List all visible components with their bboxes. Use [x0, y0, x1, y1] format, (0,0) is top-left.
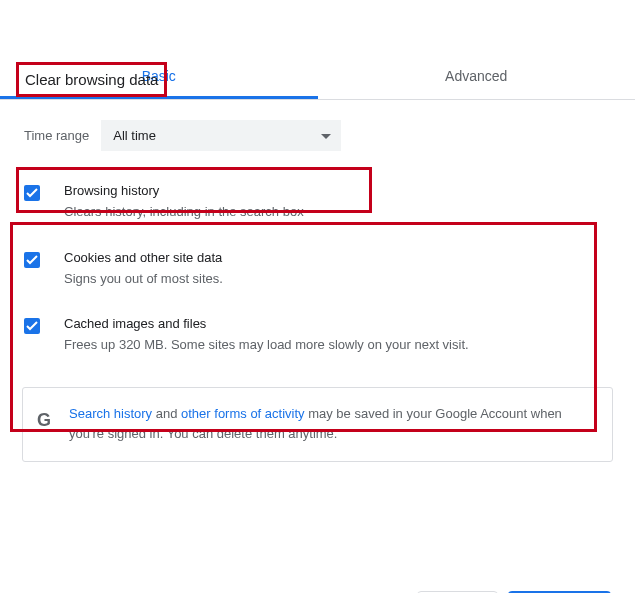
time-range-value: All time: [113, 128, 156, 143]
time-range-label: Time range: [24, 128, 89, 143]
highlight-title: Clear browsing data: [16, 62, 167, 97]
clear-browsing-data-dialog: Clear browsing data Basic Advanced Time …: [0, 54, 635, 593]
caret-down-icon: [321, 128, 331, 143]
dialog-title: Clear browsing data: [25, 71, 158, 88]
time-range-row: Time range All time: [0, 100, 635, 169]
highlight-time-range: [16, 167, 372, 213]
time-range-select[interactable]: All time: [101, 120, 341, 151]
highlight-options: [10, 222, 597, 432]
tab-advanced[interactable]: Advanced: [318, 54, 636, 99]
